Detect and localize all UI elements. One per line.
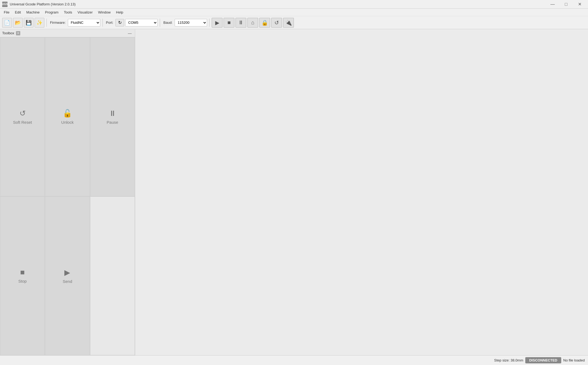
save-file-button[interactable]: 💾: [24, 18, 34, 28]
baud-select[interactable]: 115200 9600 57600: [175, 19, 207, 26]
separator-2: [102, 19, 103, 27]
separator-1: [46, 19, 47, 27]
toolbox-header-left: Toolbox ✕: [2, 31, 20, 35]
home-button[interactable]: ⌂: [247, 18, 258, 28]
unlock-icon: 🔓: [63, 109, 72, 118]
connect-button[interactable]: 🔌: [283, 18, 294, 28]
close-button[interactable]: ✕: [573, 0, 586, 9]
lock-button[interactable]: 🔒: [259, 18, 270, 28]
menu-bar: FileEditMachineProgramToolsVisualizerWin…: [0, 9, 588, 16]
maximize-button[interactable]: □: [560, 0, 572, 9]
toolbox-grid: ↺ Soft Reset 🔓 Unlock ⏸ Pause ■ Stop ▶ S…: [0, 37, 135, 355]
open-file-button[interactable]: 📂: [13, 18, 23, 28]
soft-reset-icon: ↺: [19, 109, 26, 118]
menu-item-machine[interactable]: Machine: [24, 9, 42, 15]
toolbox-title: Toolbox: [2, 31, 14, 35]
toolbox-minimize-button[interactable]: —: [127, 31, 133, 35]
unlock-label: Unlock: [61, 120, 74, 125]
toolbox-panel: Toolbox ✕ — ↺ Soft Reset 🔓 Unlock ⏸ Paus…: [0, 29, 135, 355]
menu-item-visualizer[interactable]: Visualizer: [75, 9, 95, 15]
play-button[interactable]: ▶: [212, 18, 222, 28]
stop-button[interactable]: ■: [224, 18, 234, 28]
port-refresh-button[interactable]: ↻: [115, 19, 124, 26]
reset-button[interactable]: ↺: [271, 18, 282, 28]
pause-cell[interactable]: ⏸ Pause: [90, 37, 135, 196]
stop-label: Stop: [18, 279, 27, 283]
wizard-button[interactable]: ✨: [35, 18, 44, 28]
file-status-label: No file loaded: [563, 358, 585, 362]
menu-item-program[interactable]: Program: [42, 9, 61, 15]
send-icon: ▶: [64, 268, 70, 277]
empty-cell: [90, 196, 135, 356]
new-file-button[interactable]: 📄: [2, 18, 12, 28]
pause-label: Pause: [107, 120, 118, 125]
minimize-button[interactable]: —: [546, 0, 559, 9]
toolbox-header: Toolbox ✕ —: [0, 29, 135, 37]
menu-item-file[interactable]: File: [1, 9, 12, 15]
port-label: Port:: [106, 21, 113, 25]
menu-item-window[interactable]: Window: [95, 9, 113, 15]
app-icon: UGS: [2, 2, 8, 7]
menu-item-tools[interactable]: Tools: [61, 9, 75, 15]
baud-label: Baud:: [163, 21, 172, 25]
window-controls: — □ ✕: [546, 0, 586, 9]
port-select[interactable]: COM5 COM3 COM4: [125, 19, 158, 26]
separator-3: [160, 19, 160, 27]
menu-item-help[interactable]: Help: [113, 9, 126, 15]
stop-icon: ■: [20, 268, 25, 277]
separator-4: [209, 19, 210, 27]
title-text: Universal Gcode Platform (Version 2.0.13…: [10, 2, 76, 6]
send-label: Send: [63, 279, 72, 284]
step-size-label: Step size: 38.0mm: [494, 358, 523, 362]
toolbar: 📄 📂 💾 ✨ Firmware: FluidNC GRBL Marlin Po…: [0, 16, 588, 29]
unlock-cell[interactable]: 🔓 Unlock: [45, 37, 90, 196]
soft-reset-cell[interactable]: ↺ Soft Reset: [0, 37, 45, 196]
visualizer-area: [135, 29, 588, 355]
status-bar: Step size: 38.0mm DISCONNECTED No file l…: [0, 355, 588, 365]
stop-cell[interactable]: ■ Stop: [0, 196, 45, 356]
connection-status-badge: DISCONNECTED: [525, 357, 561, 363]
pause-icon: ⏸: [109, 109, 116, 118]
title-bar-left: UGS Universal Gcode Platform (Version 2.…: [2, 2, 76, 7]
title-bar: UGS Universal Gcode Platform (Version 2.…: [0, 0, 588, 9]
main-area: Toolbox ✕ — ↺ Soft Reset 🔓 Unlock ⏸ Paus…: [0, 29, 588, 355]
firmware-select[interactable]: FluidNC GRBL Marlin: [68, 19, 100, 26]
pause-button[interactable]: ⏸: [235, 18, 246, 28]
firmware-label: Firmware:: [50, 21, 66, 25]
send-cell[interactable]: ▶ Send: [45, 196, 90, 356]
soft-reset-label: Soft Reset: [13, 120, 32, 125]
toolbox-close-button[interactable]: ✕: [16, 31, 20, 35]
menu-item-edit[interactable]: Edit: [12, 9, 24, 15]
